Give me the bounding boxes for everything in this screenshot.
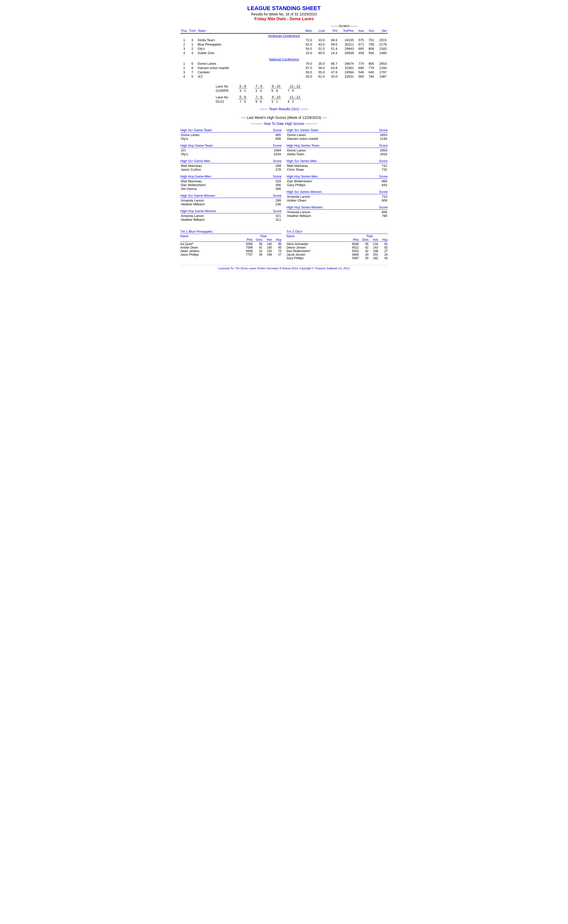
player-stat-ave: 182 bbox=[369, 257, 378, 260]
hs-name: Matt Marineau bbox=[181, 179, 202, 183]
player-stat-gms: 30 bbox=[360, 257, 369, 260]
lane-section-2: Lane No 5 - 6 7 - 8 9 - 10 11 - 12 01/12… bbox=[216, 95, 388, 103]
high-scores-grid: High Scr Game-TeamScoreDome Lanes905Oly'… bbox=[180, 128, 388, 225]
hs-category-title: High Hcp Series-WomenScore bbox=[287, 205, 388, 210]
col-team: Team bbox=[196, 28, 240, 33]
player-name: Devon Jensen bbox=[287, 246, 350, 249]
hs-name: Amanda Larson bbox=[181, 198, 204, 202]
lane-val-2-3: 3 1 bbox=[270, 100, 279, 103]
hs-category: High Hcp Game-MenScoreMatt Marineau318Da… bbox=[180, 175, 281, 191]
subtitle: Results for Week No. 16 of 33 12/29/2023 bbox=[180, 12, 388, 16]
player-stat-gms: 42 bbox=[253, 246, 262, 249]
hs-score: 710 bbox=[382, 195, 387, 198]
lane-val-1-2: 2 4 bbox=[254, 89, 263, 92]
player-stat-gms: 33 bbox=[360, 253, 369, 257]
lane-date-1: 01/05PR bbox=[216, 89, 239, 92]
hs-entry: Amanda Larson710 bbox=[287, 195, 388, 198]
hs-entry: Jim Hanna306 bbox=[180, 187, 281, 191]
hs-name: Oly's bbox=[181, 137, 188, 140]
col-lost: Lost bbox=[313, 28, 326, 33]
hs-score: 236 bbox=[275, 202, 281, 206]
hs-category-title: High Scr Game-MenScore bbox=[180, 159, 281, 163]
list-item: Iva Quist*50583614085 bbox=[180, 242, 281, 246]
table-row: 4 4 Gutter Girlz 15.0 90.0 14.3 20638 45… bbox=[180, 51, 388, 55]
hs-category: High Scr Game-TeamScoreDome Lanes905Oly'… bbox=[180, 128, 281, 140]
player-stat-hcp: 43 bbox=[379, 257, 388, 260]
player-stat-ave: 198 bbox=[369, 249, 378, 253]
hs-score: 2194 bbox=[380, 137, 387, 140]
hs-score: 1084 bbox=[273, 148, 281, 152]
list-item: Amber Olsen75984218045 bbox=[180, 246, 281, 249]
player-stat-hcp: 27 bbox=[272, 253, 281, 257]
lane-ranges-1: 5 - 6 7 - 8 9 - 10 11 - 12 bbox=[239, 84, 301, 88]
hs-entry: Amanda Larson321 bbox=[180, 214, 281, 218]
hs-score: 808 bbox=[275, 137, 281, 140]
hs-name: Dome Lanes bbox=[287, 133, 306, 137]
hs-score: 843 bbox=[382, 183, 387, 187]
table-row: 3 2 Oly's 54.0 51.0 51.4 29943 665 808 2… bbox=[180, 47, 388, 51]
lane-ranges-2: 5 - 6 7 - 8 9 - 10 11 - 12 bbox=[239, 95, 301, 99]
hs-name: Amanda Larson bbox=[181, 214, 204, 218]
hs-entry: Oly's808 bbox=[180, 137, 281, 140]
hs-score: 2959 bbox=[380, 148, 387, 152]
hs-category-title: High Scr Series-MenScore bbox=[287, 159, 388, 163]
lane-vals-2: 7 5 8 6 3 1 4 2 bbox=[239, 100, 295, 103]
player-name: Dan Wollersheim* bbox=[287, 249, 350, 253]
lane-row-2: Lane No 5 - 6 7 - 8 9 - 10 11 - 12 bbox=[216, 95, 388, 99]
hs-category: High Scr Game-MenScoreMatt Marineau289Ja… bbox=[180, 159, 281, 171]
player-col-header: NameTotalPinsGmsAveHcp bbox=[287, 234, 388, 242]
hs-entry: Heather Milbach799 bbox=[287, 214, 388, 218]
player-stat-ave: 198 bbox=[263, 253, 272, 257]
lane-vals-1: 3 1 2 4 6 8 7 5 bbox=[239, 89, 295, 92]
hs-name: Heather Milbach bbox=[287, 214, 311, 218]
player-team-title: Tm 2 Oly's bbox=[287, 229, 388, 234]
hs-score: 732 bbox=[382, 168, 387, 171]
hs-name: Oly's bbox=[181, 152, 188, 156]
col-won: Won bbox=[301, 28, 313, 33]
player-col-header-name: Name bbox=[180, 234, 243, 242]
lane-val-2-1: 7 5 bbox=[239, 100, 247, 103]
hs-category-title: High Scr Game-WomenScore bbox=[180, 194, 281, 198]
team-results: ------- Team Results (Scr) ------- bbox=[180, 107, 388, 111]
player-stat-pins: 7598 bbox=[243, 246, 253, 249]
lane-section-1: Lane No 5 - 6 7 - 8 9 - 10 11 - 12 01/05… bbox=[216, 84, 388, 92]
hs-score: 868 bbox=[382, 179, 387, 183]
player-stat-hcp: 82 bbox=[379, 246, 388, 249]
hs-score: 2916 bbox=[380, 152, 387, 156]
hs-score: 289 bbox=[275, 198, 281, 202]
lane-row-1: Lane No 5 - 6 7 - 8 9 - 10 11 - 12 bbox=[216, 84, 388, 88]
hs-name: Chris Shaw bbox=[287, 168, 304, 171]
table-row: 1 3 Alotta Team 72.0 33.0 68.6 24155 575… bbox=[180, 38, 388, 42]
hs-score: 741 bbox=[382, 164, 387, 168]
hs-entry: Matt Marineau289 bbox=[180, 164, 281, 168]
player-name: Jason Phillips bbox=[180, 253, 243, 257]
hs-entry: Hansen onion martell2194 bbox=[287, 137, 388, 140]
player-name: Iva Quist* bbox=[180, 242, 243, 246]
player-stat-hcp: 85 bbox=[272, 242, 281, 246]
col-pct: Pct bbox=[326, 28, 338, 33]
hs-category: High Scr Game-WomenScoreAmanda Larson289… bbox=[180, 194, 281, 206]
list-item: Dan Wollersheim*83524219827 bbox=[287, 249, 388, 253]
hs-category: High Scr Series-TeamScoreDome Lanes2653H… bbox=[287, 128, 388, 140]
player-stat-gms: 33 bbox=[253, 249, 262, 253]
hs-entry: Alotta Team2916 bbox=[287, 152, 388, 156]
hs-name: Matt Marineau bbox=[181, 164, 202, 168]
lane-range-2-2: 7 - 8 bbox=[255, 95, 263, 99]
lane-date-2: 01/12 bbox=[216, 100, 239, 103]
hs-name: Gary Phillips bbox=[287, 183, 305, 187]
hs-category-title: High Scr Series-WomenScore bbox=[287, 190, 388, 194]
col-ave: Ave bbox=[355, 28, 365, 33]
player-name: Alicia Schneider bbox=[287, 242, 350, 246]
hs-category: High Hcp Series-TeamScoreDome Lanes2959A… bbox=[287, 143, 388, 156]
col-tm: Tm# bbox=[188, 28, 196, 33]
hs-score: 905 bbox=[275, 133, 281, 137]
hs-score: 1034 bbox=[273, 152, 281, 156]
player-name: Adam Jenkins bbox=[180, 249, 243, 253]
lane-val-2-4: 4 2 bbox=[287, 100, 295, 103]
hs-name: Heather Milbach bbox=[181, 202, 205, 206]
hs-score: 2653 bbox=[380, 133, 387, 137]
hs-category: High Hcp Game-WomenScoreAmanda Larson321… bbox=[180, 209, 281, 222]
hs-category: High Scr Series-WomenScoreAmanda Larson7… bbox=[287, 190, 388, 202]
hs-score: 289 bbox=[275, 164, 281, 168]
hs-score: 609 bbox=[382, 198, 387, 202]
